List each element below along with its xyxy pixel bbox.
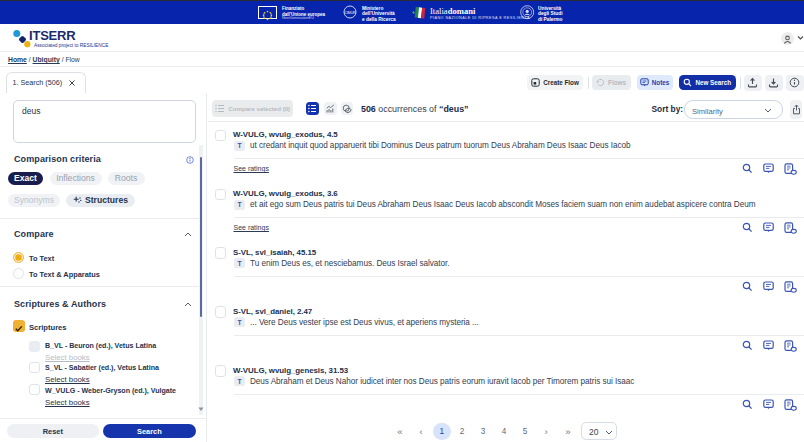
svg-text:CIMUR: CIMUR — [344, 11, 356, 15]
